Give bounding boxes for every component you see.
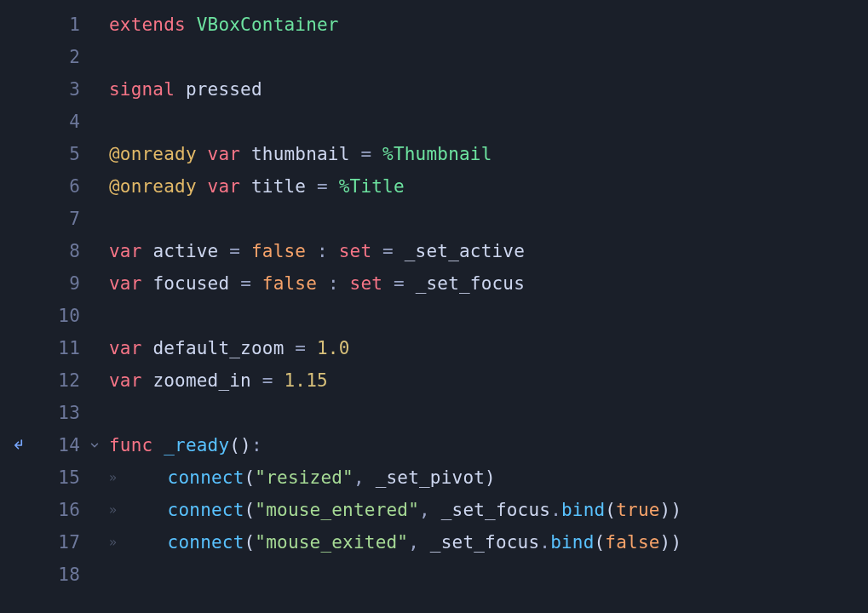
token-punct: . bbox=[550, 500, 561, 520]
gutter[interactable]: 6 bbox=[0, 176, 85, 197]
line-number: 11 bbox=[53, 338, 80, 358]
code-content[interactable]: @onready var title = %Title bbox=[104, 176, 405, 197]
chevron-down-icon[interactable] bbox=[89, 439, 101, 451]
code-line[interactable]: 2 bbox=[0, 41, 868, 73]
gutter[interactable]: 12 bbox=[0, 370, 85, 391]
whitespace bbox=[229, 273, 240, 294]
code-line[interactable]: 4 bbox=[0, 106, 868, 138]
whitespace bbox=[240, 144, 251, 164]
line-number: 2 bbox=[53, 47, 80, 67]
code-line[interactable]: 11var default_zoom = 1.0 bbox=[0, 332, 868, 364]
whitespace bbox=[306, 241, 317, 261]
gutter[interactable]: 17 bbox=[0, 532, 85, 553]
code-content[interactable]: var default_zoom = 1.0 bbox=[104, 338, 350, 358]
line-number: 14 bbox=[53, 435, 80, 455]
gutter[interactable]: 13 bbox=[0, 403, 85, 423]
whitespace bbox=[365, 467, 376, 488]
gutter[interactable]: 16 bbox=[0, 500, 85, 520]
code-content[interactable]: » connect("resized", _set_pivot) bbox=[104, 467, 496, 488]
code-line[interactable]: 8var active = false : set = _set_active bbox=[0, 235, 868, 267]
whitespace bbox=[197, 144, 208, 164]
token-kw-red: var bbox=[208, 176, 241, 197]
code-content[interactable]: » connect("mouse_exited", _set_focus.bin… bbox=[104, 532, 681, 553]
enter-arrow-icon bbox=[12, 438, 27, 453]
code-content[interactable]: signal pressed bbox=[104, 79, 262, 100]
gutter[interactable]: 1 bbox=[0, 14, 85, 35]
line-number: 8 bbox=[53, 241, 80, 261]
token-punct: . bbox=[539, 532, 550, 553]
code-content[interactable]: extends VBoxContainer bbox=[104, 14, 339, 35]
gutter[interactable]: 3 bbox=[0, 79, 85, 100]
token-kw-red: func bbox=[109, 435, 152, 455]
token-punct2: ) bbox=[485, 467, 496, 488]
gutter[interactable]: 14 bbox=[0, 435, 85, 455]
code-line[interactable]: 10 bbox=[0, 300, 868, 332]
token-punct: , bbox=[354, 467, 365, 488]
code-content[interactable]: var zoomed_in = 1.15 bbox=[104, 370, 328, 391]
token-kw-orange: true bbox=[616, 500, 659, 520]
token-punct: : bbox=[328, 273, 339, 294]
code-line[interactable]: 5@onready var thumbnail = %Thumbnail bbox=[0, 138, 868, 170]
indent-guide: » bbox=[109, 502, 124, 518]
gutter[interactable]: 9 bbox=[0, 273, 85, 294]
token-unique: %Thumbnail bbox=[382, 144, 491, 164]
fold-column[interactable] bbox=[85, 439, 104, 451]
code-line[interactable]: 12var zoomed_in = 1.15 bbox=[0, 364, 868, 397]
whitespace bbox=[306, 176, 317, 197]
code-line[interactable]: 13 bbox=[0, 397, 868, 429]
code-line[interactable]: 16» connect("mouse_entered", _set_focus.… bbox=[0, 494, 868, 526]
token-str: "resized" bbox=[255, 467, 354, 488]
code-content[interactable]: var focused = false : set = _set_focus bbox=[104, 273, 525, 294]
token-unique: %Title bbox=[339, 176, 405, 197]
token-str: "mouse_exited" bbox=[255, 532, 408, 553]
code-content[interactable]: func _ready(): bbox=[104, 435, 262, 455]
token-fn: connect bbox=[168, 500, 244, 520]
token-kw-red: var bbox=[208, 144, 241, 164]
code-line[interactable]: 3signal pressed bbox=[0, 73, 868, 106]
whitespace bbox=[152, 435, 164, 455]
code-line[interactable]: 14func _ready(): bbox=[0, 429, 868, 461]
code-line[interactable]: 18 bbox=[0, 559, 868, 591]
code-line[interactable]: 9var focused = false : set = _set_focus bbox=[0, 267, 868, 300]
token-fn: bind bbox=[550, 532, 594, 553]
code-line[interactable]: 17» connect("mouse_exited", _set_focus.b… bbox=[0, 526, 868, 559]
gutter[interactable]: 18 bbox=[0, 564, 85, 585]
code-line[interactable]: 6@onready var title = %Title bbox=[0, 170, 868, 203]
whitespace bbox=[142, 338, 153, 358]
token-fn: bind bbox=[561, 500, 605, 520]
gutter[interactable]: 4 bbox=[0, 112, 85, 132]
line-number: 15 bbox=[53, 467, 80, 488]
whitespace bbox=[273, 370, 285, 391]
code-content[interactable]: var active = false : set = _set_active bbox=[104, 241, 525, 261]
token-ident: _set_focus bbox=[441, 500, 550, 520]
code-editor[interactable]: 1extends VBoxContainer23signal pressed45… bbox=[0, 0, 868, 591]
token-kw-red: var bbox=[109, 338, 142, 358]
token-fn: _ready bbox=[164, 435, 229, 455]
token-type: VBoxContainer bbox=[197, 14, 339, 35]
gutter[interactable]: 11 bbox=[0, 338, 85, 358]
code-line[interactable]: 15» connect("resized", _set_pivot) bbox=[0, 461, 868, 494]
line-number: 9 bbox=[53, 273, 80, 294]
gutter[interactable]: 8 bbox=[0, 241, 85, 261]
whitespace bbox=[124, 467, 167, 488]
line-number: 7 bbox=[53, 209, 80, 229]
token-punct: = bbox=[382, 241, 394, 261]
code-line[interactable]: 7 bbox=[0, 203, 868, 235]
code-line[interactable]: 1extends VBoxContainer bbox=[0, 9, 868, 41]
line-number: 18 bbox=[53, 564, 80, 585]
token-kw-red: extends bbox=[109, 14, 186, 35]
gutter[interactable]: 5 bbox=[0, 144, 85, 164]
token-punct: , bbox=[419, 500, 430, 520]
token-punct2: ( bbox=[605, 500, 616, 520]
whitespace bbox=[240, 241, 251, 261]
token-kw-red: set bbox=[350, 273, 383, 294]
gutter[interactable]: 15 bbox=[0, 467, 85, 488]
code-content[interactable]: @onready var thumbnail = %Thumbnail bbox=[104, 144, 492, 164]
code-content[interactable]: » connect("mouse_entered", _set_focus.bi… bbox=[104, 500, 681, 520]
gutter[interactable]: 7 bbox=[0, 209, 85, 229]
gutter[interactable]: 2 bbox=[0, 47, 85, 67]
whitespace bbox=[382, 273, 394, 294]
token-punct2: ( bbox=[244, 532, 256, 553]
gutter[interactable]: 10 bbox=[0, 306, 85, 326]
line-number: 6 bbox=[53, 176, 80, 197]
